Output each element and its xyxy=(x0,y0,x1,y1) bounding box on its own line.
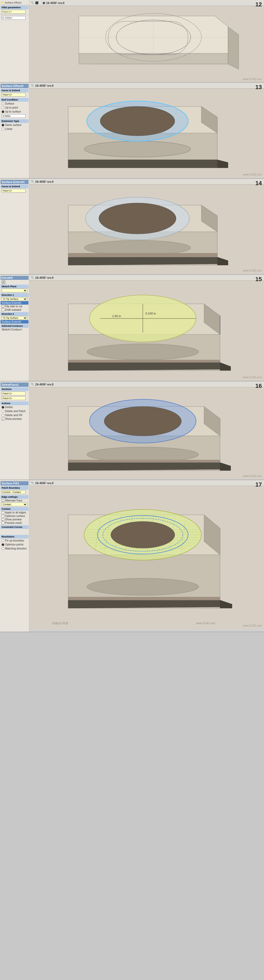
section-faces-14: Faces to Extend xyxy=(0,185,28,188)
svg-point-24 xyxy=(84,240,191,255)
radio-deletepatch[interactable]: Delete and Patch xyxy=(0,409,28,413)
model-svg-16 xyxy=(47,389,247,477)
model-svg-14 xyxy=(47,186,247,272)
surface-extend-item2[interactable]: Surface-Extend1 xyxy=(0,320,28,323)
svg-point-48 xyxy=(87,447,199,462)
sidebar-17: Surface-Fill1 Patch Boundary Current · C… xyxy=(0,480,29,632)
radio-surface[interactable]: Surface xyxy=(0,102,28,106)
radio-linear[interactable]: Linear xyxy=(0,127,28,131)
face-input-14: Face<1> xyxy=(0,188,28,193)
model-svg-17: www.1CAE.com 机械设计联盟 xyxy=(47,488,247,627)
section-dir1: Direction 1 xyxy=(0,293,28,297)
panel-number-16: 16 xyxy=(256,382,262,390)
contour-item[interactable]: Sketch<Contour> xyxy=(0,328,28,331)
topbar-icons2: ⬛ ⬜ ▦ xyxy=(35,2,45,4)
main-16: 🔧 19-405F rev.0 使用删除面命令，将拉伸切除后产生 的不必要曲面删… xyxy=(29,382,264,480)
section-actions: Actions xyxy=(0,401,28,405)
panel-16: 16 DeleteFace1 Sections Face<1> Face<2> … xyxy=(0,382,264,480)
panel-12: 12 📁 Surface-Offset3 Fillet parameters F… xyxy=(0,0,264,83)
svg-point-12 xyxy=(84,141,191,157)
dir2-select[interactable]: To Tip Surface xyxy=(2,316,27,320)
svg-point-78 xyxy=(87,578,199,595)
draft-check[interactable]: Draft outward xyxy=(0,308,28,312)
section-edge: Edge settings: xyxy=(0,495,28,499)
svg-point-47 xyxy=(104,407,182,436)
svg-marker-38 xyxy=(68,363,231,371)
dir2-dropdown[interactable]: To Tip Surface xyxy=(0,316,28,320)
main-15: 🔧 19-405F rev.0 拉伸切除 0.100 in 1.50 in xyxy=(29,275,264,381)
topbar-icon-14: 🔧 xyxy=(31,180,34,183)
panel-number-14: 14 xyxy=(256,180,262,187)
filename-13: 19-405F rev.0 xyxy=(35,84,54,87)
optimize-check[interactable]: Optimize surface xyxy=(0,514,28,518)
face-input-row: Face<1> xyxy=(0,10,28,14)
dir1-dropdown[interactable]: To Tip Surface xyxy=(0,297,28,301)
sketchplane-select[interactable] xyxy=(2,289,27,292)
svg-text:www.1CAE.com: www.1CAE.com xyxy=(196,622,215,625)
section-resolution: Resolution: xyxy=(0,535,28,539)
viewport-area-14: www.1CAE.com xyxy=(29,185,264,274)
radio-same[interactable]: Same surface xyxy=(0,123,28,127)
surface-extend-item[interactable]: Surface-Extend1 xyxy=(0,301,28,305)
filename-16: 19-405F rev.0 xyxy=(35,383,54,386)
contact-dropdown-17[interactable]: Contact xyxy=(0,502,28,506)
topbar-icon: 🔧 xyxy=(31,2,34,4)
section-sections: Sections xyxy=(0,387,28,391)
svg-text:机械设计联盟: 机械设计联盟 xyxy=(52,622,68,625)
radio-matching[interactable]: Matching direction xyxy=(0,547,28,550)
sidebar-title-15: Extrude5 xyxy=(2,276,13,279)
sketchplane-dropdown[interactable] xyxy=(0,288,28,293)
section-faces: Faces to Extend xyxy=(0,89,28,92)
svg-point-77 xyxy=(111,522,175,548)
section-end: End Condition xyxy=(0,98,28,102)
topbar-13: 🔧 19-405F rev.0 xyxy=(29,83,264,89)
sidebar-13: Surface-Offset3 Faces to Extend Face<1> … xyxy=(0,83,29,178)
face2-input-16: Face<2> xyxy=(0,396,28,401)
topbar-12: 🔧 ⬛ ⬜ ▦ 19-405F rev.0 xyxy=(29,0,264,6)
topbar-icon-16: 🔧 xyxy=(31,383,34,386)
filename-14: 19-405F rev.0 xyxy=(35,180,54,183)
viewport-12: 🔧 ⬛ ⬜ ▦ 19-405F rev.0 xyxy=(29,0,264,82)
viewport-area-16: www.1CAE.com xyxy=(29,387,264,479)
sidebar-title-14: Surface-Extend1 xyxy=(0,180,28,184)
panel-number-12: 12 xyxy=(256,1,262,8)
topbar-17: 🔧 19-405F rev.0 xyxy=(29,480,264,486)
dir1-select[interactable]: To Tip Surface xyxy=(2,297,27,301)
radio-point[interactable]: Up to point xyxy=(0,106,28,110)
svg-marker-27 xyxy=(68,253,217,257)
section-contact: Contact xyxy=(0,507,28,511)
altface-check[interactable]: Alternate Face xyxy=(0,499,28,502)
topbar-icon-15: 🔧 xyxy=(31,276,34,279)
showpreview17-check[interactable]: Show preview xyxy=(0,518,28,521)
panel-17: 17 Surface-Fill1 Patch Boundary Current … xyxy=(0,480,264,632)
svg-marker-49 xyxy=(68,463,231,471)
check-icon-15[interactable]: ✓ xyxy=(2,280,5,284)
contact-select[interactable]: Contact xyxy=(2,503,27,506)
panel-number-17: 17 xyxy=(256,481,262,488)
distance-input-13: 0.500in xyxy=(0,114,28,118)
viewport-area-13: www.1CAE.com xyxy=(29,89,264,178)
radio-delete[interactable]: Delete xyxy=(0,405,28,409)
flipside-check[interactable]: Flip side to cut xyxy=(0,305,28,308)
radio-fixup[interactable]: Fix up boundary xyxy=(0,539,28,542)
radio-deletefill[interactable]: Delete and Fill xyxy=(0,413,28,417)
svg-marker-81 xyxy=(68,597,220,600)
previewmesh-check[interactable]: Preview mesh xyxy=(0,521,28,525)
applyall-check[interactable]: Apply to all edges xyxy=(0,511,28,514)
sidebar-title-17: Surface-Fill1 xyxy=(0,481,28,485)
panel-number-15: 15 xyxy=(256,276,262,283)
svg-text:1.50 in: 1.50 in xyxy=(112,315,121,318)
sidebar-16: DeleteFace1 Sections Face<1> Face<2> Act… xyxy=(0,382,29,480)
svg-marker-25 xyxy=(68,257,228,265)
sidebar-title-16: DeleteFace1 xyxy=(0,382,28,387)
showpreview-check[interactable]: Show preview xyxy=(0,417,28,421)
panel-number-13: 13 xyxy=(256,84,262,91)
tree-item[interactable]: 📁 Surface-Offset3 xyxy=(0,1,28,4)
main-13: 🔧 19-405F rev.0 获取拉伸切除的界面（up to surface） xyxy=(29,83,264,178)
svg-marker-40 xyxy=(68,360,220,363)
viewport-area-17: www.1CAE.com 机械设计联盟 www.1CAE.com xyxy=(29,486,264,629)
model-svg-15: 0.100 in 1.50 in xyxy=(47,283,247,379)
radio-optimize[interactable]: Optimize points xyxy=(0,542,28,547)
radio-tosurface[interactable]: Up to surface xyxy=(0,110,28,114)
topbar-15: 🔧 19-405F rev.0 xyxy=(29,275,264,281)
